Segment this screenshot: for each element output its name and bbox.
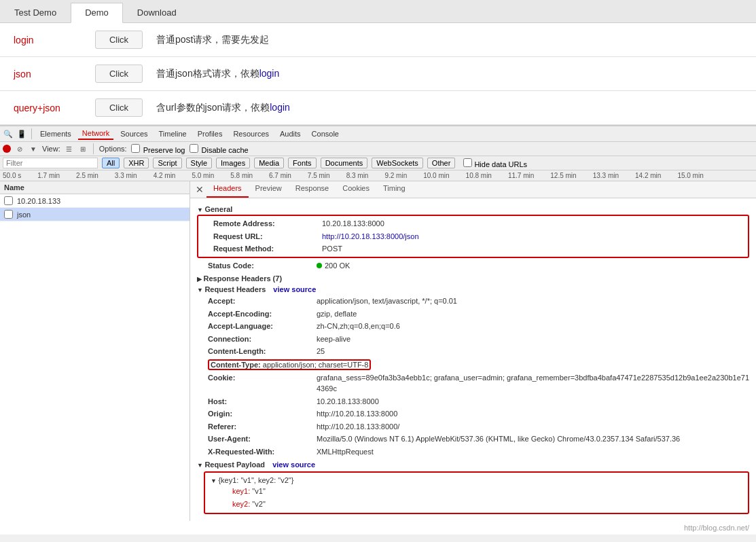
timeline-ruler: 50.0 s 1.7 min 2.5 min 3.3 min 4.2 min 5…	[0, 170, 756, 181]
request-payload-section-header[interactable]: Request Payload view source	[197, 460, 749, 469]
payload-key1-val: "v1"	[252, 487, 265, 495]
accept-val: application/json, text/javascript, */*; …	[317, 295, 457, 307]
payload-key1-row: key1: "v1"	[211, 485, 742, 498]
filter-fonts[interactable]: Fonts	[288, 158, 317, 168]
click-btn-queryjson[interactable]: Click	[95, 98, 143, 117]
network-item-0-checkbox[interactable]	[4, 196, 13, 205]
detail-tab-preview[interactable]: Preview	[249, 181, 289, 198]
request-method-row: Request Method: POST	[202, 242, 744, 255]
network-item-0[interactable]: 10.20.18.133	[0, 194, 190, 208]
cookie-val: grafana_sess=89e0fa3b3a4ebb1c; grafana_u…	[317, 372, 749, 395]
click-btn-login[interactable]: Click	[95, 31, 143, 49]
demo-desc-queryjson-link[interactable]: login	[270, 102, 290, 113]
tab-timeline[interactable]: Timeline	[155, 128, 191, 139]
general-section-header[interactable]: General	[197, 205, 749, 213]
payload-expand-icon[interactable]: ▼	[211, 477, 218, 484]
tab-network[interactable]: Network	[78, 128, 113, 140]
tab-test-demo[interactable]: Test Demo	[0, 3, 71, 22]
network-item-1[interactable]: json	[0, 208, 190, 221]
filter-xhr[interactable]: XHR	[124, 158, 149, 168]
tab-demo[interactable]: Demo	[71, 3, 123, 23]
view-group-icon[interactable]: ⊞	[78, 144, 88, 153]
tab-download[interactable]: Download	[123, 3, 191, 22]
detail-close-icon[interactable]: ✕	[193, 181, 206, 198]
filter-documents[interactable]: Documents	[321, 158, 368, 168]
preserve-log-checkbox[interactable]	[131, 144, 140, 153]
demo-label-login: login	[14, 35, 95, 46]
network-split: Name 10.20.18.133 json ✕ Headers Preview…	[0, 181, 756, 521]
request-url-row: Request URL: http://10.20.18.133:8000/js…	[202, 230, 744, 243]
preserve-log-label[interactable]: Preserve log	[131, 144, 185, 154]
request-headers-section-header[interactable]: Request Headers view source	[197, 285, 749, 293]
filter-media[interactable]: Media	[254, 158, 284, 168]
cookie-key: Cookie:	[208, 372, 317, 395]
x-requested-with-val: XMLHttpRequest	[317, 446, 374, 458]
filter-input[interactable]	[3, 158, 98, 168]
payload-key1-key: key1:	[232, 487, 252, 495]
content-length-val: 25	[317, 346, 325, 357]
filter-script[interactable]: Script	[153, 158, 181, 168]
demo-desc-json-link[interactable]: login	[259, 68, 280, 79]
tab-console[interactable]: Console	[308, 128, 343, 139]
devtools-toolbar1: 🔍 📱 Elements Network Sources Timeline Pr…	[0, 126, 756, 142]
content-type-key: Content-Type:	[211, 361, 263, 369]
detail-tab-cookies[interactable]: Cookies	[336, 181, 376, 198]
demo-row-json: json Click 普通json格式请求，依赖login	[0, 57, 756, 91]
filter-icon[interactable]: ▼	[29, 144, 38, 153]
host-key: Host:	[208, 396, 317, 408]
filter-websockets[interactable]: WebSockets	[372, 158, 423, 168]
disable-cache-checkbox[interactable]	[190, 144, 198, 153]
hide-data-urls-label[interactable]: Hide data URLs	[463, 158, 527, 168]
disable-cache-label[interactable]: Disable cache	[190, 144, 249, 154]
mobile-icon[interactable]: 📱	[16, 128, 27, 139]
accept-row: Accept: application/json, text/javascrip…	[197, 295, 749, 308]
view-list-icon[interactable]: ☰	[65, 144, 74, 153]
timeline-mark-4: 4.2 min	[154, 172, 176, 179]
timeline-mark-17: 15.0 min	[677, 172, 703, 179]
tab-elements[interactable]: Elements	[36, 128, 75, 139]
request-payload-view-source[interactable]: view source	[272, 460, 315, 469]
content-type-val: application/json; charset=UTF-8	[263, 361, 369, 369]
status-code-row: Status Code: 200 OK	[197, 259, 749, 272]
accept-language-val: zh-CN,zh;q=0.8,en;q=0.6	[317, 321, 400, 332]
record-button[interactable]	[3, 145, 11, 153]
network-item-1-checkbox[interactable]	[4, 210, 13, 219]
hide-data-urls-checkbox[interactable]	[463, 158, 472, 167]
click-btn-json[interactable]: Click	[95, 65, 143, 83]
tab-profiles[interactable]: Profiles	[194, 128, 227, 139]
payload-summary: {key1: "v1", key2: "v2"}	[218, 476, 293, 484]
network-list: Name 10.20.18.133 json	[0, 181, 190, 521]
filter-all[interactable]: All	[102, 158, 120, 168]
tab-audits[interactable]: Audits	[276, 128, 305, 139]
filter-images[interactable]: Images	[216, 158, 250, 168]
accept-encoding-row: Accept-Encoding: gzip, deflate	[197, 308, 749, 321]
toolbar-separator	[31, 128, 32, 139]
request-method-val: POST	[322, 243, 342, 255]
devtools-panel: 🔍 📱 Elements Network Sources Timeline Pr…	[0, 125, 756, 535]
demo-label-queryjson: query+json	[14, 103, 95, 113]
inspect-icon[interactable]: 🔍	[3, 128, 14, 139]
user-agent-row: User-Agent: Mozilla/5.0 (Windows NT 6.1)…	[197, 433, 749, 446]
content-length-key: Content-Length:	[208, 346, 317, 357]
detail-tab-timing[interactable]: Timing	[376, 181, 412, 198]
request-url-val: http://10.20.18.133:8000/json	[322, 231, 419, 242]
remote-address-val: 10.20.18.133:8000	[322, 218, 384, 230]
detail-tab-headers[interactable]: Headers	[206, 181, 249, 198]
request-method-key: Request Method:	[213, 243, 322, 255]
timeline-mark-16: 14.2 min	[635, 172, 661, 179]
request-headers-view-source[interactable]: view source	[273, 285, 316, 293]
response-headers-section-header[interactable]: Response Headers (7)	[197, 274, 749, 283]
tab-sources[interactable]: Sources	[116, 128, 151, 139]
user-agent-key: User-Agent:	[208, 433, 317, 445]
timeline-mark-7: 6.7 min	[269, 172, 291, 179]
tab-resources[interactable]: Resources	[229, 128, 273, 139]
demo-row-queryjson: query+json Click 含url参数的json请求，依赖login	[0, 91, 756, 125]
timeline-mark-5: 5.0 min	[192, 172, 214, 179]
timeline-mark-6: 5.8 min	[230, 172, 253, 179]
watermark: http://blog.csdn.net/	[0, 521, 756, 535]
clear-icon[interactable]: ⊘	[15, 144, 24, 153]
status-code-val: 200 OK	[317, 260, 350, 272]
filter-other[interactable]: Other	[427, 158, 456, 168]
filter-style[interactable]: Style	[186, 158, 212, 168]
detail-tab-response[interactable]: Response	[289, 181, 336, 198]
